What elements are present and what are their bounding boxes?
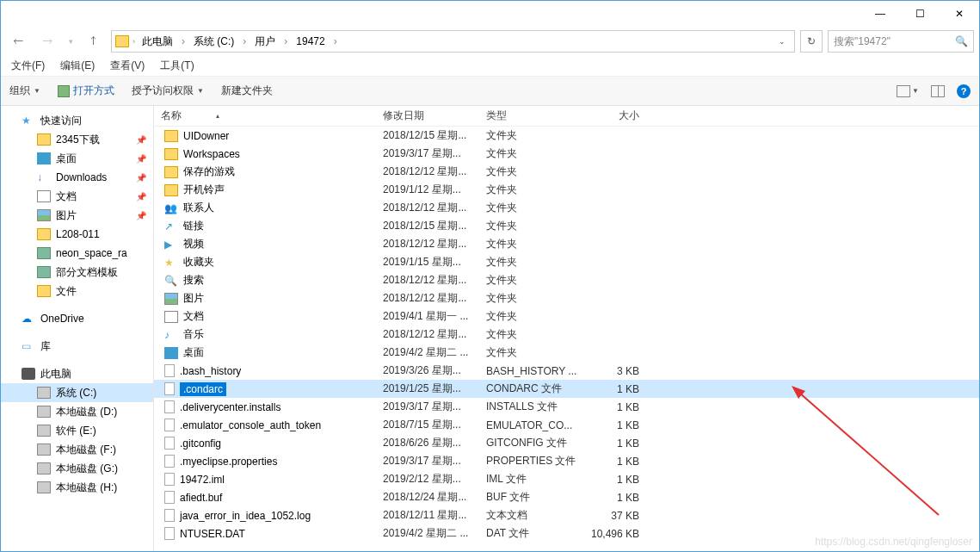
tree-item[interactable]: ☁OneDrive [1, 309, 153, 328]
file-size: 3 KB [582, 365, 650, 377]
file-type: 文件夹 [479, 237, 582, 251]
preview-pane-button[interactable] [931, 85, 945, 97]
column-headers[interactable]: 名称 ▴ 修改日期 类型 大小 [154, 106, 979, 127]
up-button[interactable]: 🡑 [82, 29, 106, 53]
file-row[interactable]: 19472.iml2019/2/12 星期...IML 文件1 KB [154, 470, 979, 488]
file-date: 2018/12/12 星期... [376, 201, 479, 215]
tree-item[interactable]: ↓Downloads📌 [1, 168, 153, 187]
file-row[interactable]: .condarc2019/1/25 星期...CONDARC 文件1 KB [154, 380, 979, 398]
file-date: 2019/3/17 星期... [376, 146, 479, 161]
file-name: 视频 [183, 237, 204, 251]
column-type[interactable]: 类型 [479, 109, 582, 123]
breadcrumb-segment[interactable]: 用户 [251, 33, 279, 51]
breadcrumb-segment[interactable]: 系统 (C:) [190, 33, 237, 51]
tree-item[interactable]: ★快速访问 [1, 111, 153, 130]
tree-item[interactable]: 文档📌 [1, 187, 153, 206]
address-dropdown-icon[interactable]: ⌄ [774, 37, 791, 46]
view-menu[interactable]: ▼ [897, 85, 919, 97]
lib-icon: ▭ [22, 340, 35, 352]
drive-icon [37, 481, 51, 493]
history-dropdown[interactable]: ▾ [65, 29, 77, 53]
back-button[interactable]: 🡐 [6, 29, 30, 53]
tree-item[interactable]: neon_space_ra [1, 244, 153, 263]
file-row[interactable]: 桌面2019/4/2 星期二 ...文件夹 [154, 344, 979, 362]
menubar: 文件(F)编辑(E)查看(V)工具(T) [1, 56, 979, 77]
maximize-button[interactable]: ☐ [900, 1, 940, 27]
file-row[interactable]: 🔍搜索2018/12/12 星期...文件夹 [154, 271, 979, 289]
menu-item[interactable]: 文件(F) [11, 59, 45, 73]
close-button[interactable]: ✕ [940, 1, 979, 27]
file-row[interactable]: ♪音乐2018/12/12 星期...文件夹 [154, 326, 979, 344]
file-row[interactable]: ↗链接2018/12/15 星期...文件夹 [154, 217, 979, 235]
breadcrumb-segment[interactable]: 19472 [293, 34, 328, 49]
tree-item[interactable]: L208-011 [1, 225, 153, 244]
tree-item[interactable]: 本地磁盘 (F:) [1, 440, 153, 459]
search-input[interactable]: 搜索"19472" 🔍 [828, 30, 974, 53]
menu-item[interactable]: 工具(T) [160, 59, 194, 73]
menu-item[interactable]: 查看(V) [110, 59, 145, 73]
tree-item[interactable]: 此电脑 [1, 364, 153, 383]
rename-input[interactable]: .condarc [180, 382, 226, 396]
file-row[interactable]: .myeclipse.properties2019/3/17 星期...PROP… [154, 452, 979, 470]
file-row[interactable]: .deliverycenter.installs2019/3/17 星期...I… [154, 398, 979, 416]
menu-item[interactable]: 编辑(E) [60, 59, 95, 73]
doc-icon [164, 311, 178, 323]
file-row[interactable]: 👥联系人2018/12/12 星期...文件夹 [154, 199, 979, 217]
file-row[interactable]: Workspaces2019/3/17 星期...文件夹 [154, 145, 979, 163]
file-row[interactable]: 开机铃声2019/1/12 星期...文件夹 [154, 181, 979, 199]
file-type: BASH_HISTORY ... [479, 365, 582, 377]
file-row[interactable]: afiedt.buf2018/12/24 星期...BUF 文件1 KB [154, 488, 979, 506]
column-date[interactable]: 修改日期 [376, 109, 479, 123]
tree-item[interactable]: 2345下载📌 [1, 130, 153, 149]
tree-item[interactable]: 图片📌 [1, 206, 153, 225]
file-row[interactable]: UIDowner2018/12/15 星期...文件夹 [154, 127, 979, 145]
file-row[interactable]: .bash_history2019/3/26 星期...BASH_HISTORY… [154, 362, 979, 380]
folder-icon [164, 166, 178, 178]
tree-item-label: 2345下载 [56, 133, 100, 147]
new-folder-button[interactable]: 新建文件夹 [221, 84, 273, 98]
file-b-icon [164, 491, 175, 504]
search-f-icon: 🔍 [164, 275, 178, 287]
tree-item[interactable]: 部分文档模板 [1, 263, 153, 282]
file-row[interactable]: 文档2019/4/1 星期一 ...文件夹 [154, 307, 979, 326]
file-row[interactable]: ▶视频2018/12/12 星期...文件夹 [154, 235, 979, 253]
tree-item-label: 此电脑 [40, 367, 71, 381]
people-icon: 👥 [164, 202, 178, 214]
navigation-tree[interactable]: ★快速访问2345下载📌桌面📌↓Downloads📌文档📌图片📌L208-011… [1, 106, 154, 551]
tree-item[interactable]: 本地磁盘 (G:) [1, 459, 153, 478]
help-button[interactable]: ? [957, 84, 971, 98]
forward-button[interactable]: 🡒 [35, 29, 59, 53]
file-date: 2018/6/26 星期... [376, 436, 479, 450]
column-size[interactable]: 大小 [582, 109, 650, 123]
breadcrumb-segment[interactable]: 此电脑 [139, 33, 176, 51]
file-row[interactable]: java_error_in_idea_1052.log2018/12/11 星期… [154, 506, 979, 524]
column-name[interactable]: 名称 ▴ [154, 109, 376, 123]
file-b-icon [164, 382, 175, 395]
tree-item[interactable]: 文件 [1, 282, 153, 301]
chevron-icon: › [280, 34, 291, 49]
file-b-icon [164, 509, 175, 522]
file-row[interactable]: .emulator_console_auth_token2018/7/15 星期… [154, 416, 979, 434]
pin-icon: 📌 [136, 135, 146, 145]
file-type: GITCONFIG 文件 [479, 436, 582, 450]
tree-item[interactable]: 软件 (E:) [1, 421, 153, 440]
tree-item[interactable]: ▭库 [1, 337, 153, 356]
tree-item[interactable]: 本地磁盘 (H:) [1, 478, 153, 497]
file-name: 文档 [183, 309, 204, 324]
tree-item[interactable]: 本地磁盘 (D:) [1, 402, 153, 421]
organize-menu[interactable]: 组织▼ [9, 84, 40, 98]
chevron-icon: › [178, 34, 188, 49]
file-size: 37 KB [582, 510, 650, 522]
open-with-button[interactable]: 打开方式 [58, 84, 114, 98]
refresh-button[interactable]: ↻ [800, 30, 823, 53]
minimize-button[interactable]: — [860, 1, 900, 27]
file-list[interactable]: 名称 ▴ 修改日期 类型 大小 UIDowner2018/12/15 星期...… [154, 106, 979, 551]
tree-item[interactable]: 桌面📌 [1, 149, 153, 168]
file-row[interactable]: 保存的游戏2018/12/12 星期...文件夹 [154, 163, 979, 181]
grant-access-menu[interactable]: 授予访问权限▼ [132, 84, 204, 98]
file-row[interactable]: ★收藏夹2019/1/15 星期...文件夹 [154, 253, 979, 271]
address-bar[interactable]: › 此电脑›系统 (C:)›用户›19472› ⌄ [111, 30, 795, 53]
file-row[interactable]: .gitconfig2018/6/26 星期...GITCONFIG 文件1 K… [154, 434, 979, 452]
file-row[interactable]: 图片2018/12/12 星期...文件夹 [154, 289, 979, 307]
tree-item[interactable]: 系统 (C:) [1, 383, 153, 402]
